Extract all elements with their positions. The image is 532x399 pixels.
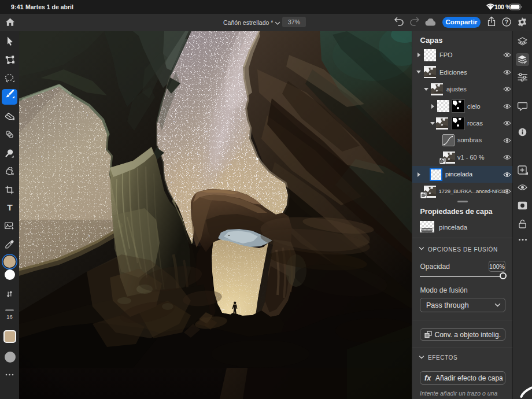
svg-text:?: ?: [505, 19, 508, 25]
svg-text:T: T: [7, 203, 13, 212]
svg-text:100 %: 100 %: [494, 3, 511, 10]
